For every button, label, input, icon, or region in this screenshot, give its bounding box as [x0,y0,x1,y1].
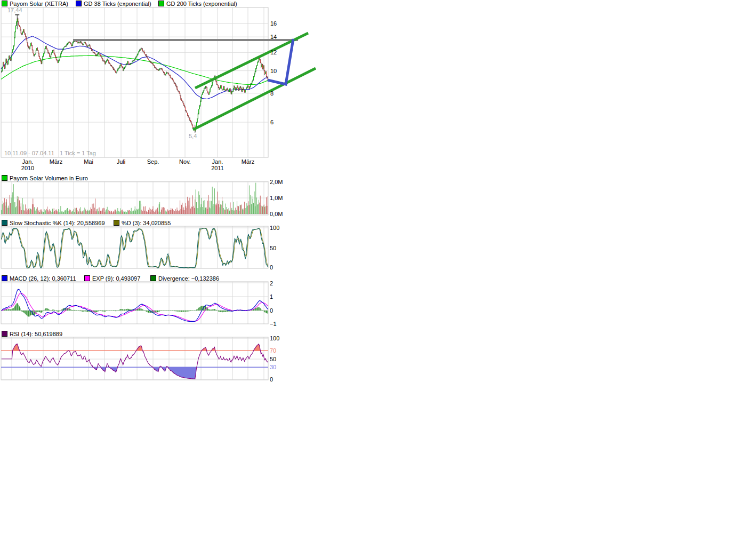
y-axis-label: 6 [270,119,274,125]
y-axis-label: 70 [270,347,276,354]
legend-item-rsi: RSI (14): 50,619889 [2,331,62,337]
legend-item-stoch-k: Slow Stochastic %K (14): 20,558969 [2,220,105,226]
stoch-k-swatch-icon [2,220,7,226]
y-axis-label: 1,0M [270,195,283,201]
rsi-swatch-icon [2,331,7,337]
x-axis-label: Sep. [147,158,159,165]
legend-item-volume: Payom Solar Volumen in Euro [2,175,88,181]
x-axis-label: Jan. [212,158,223,165]
y-axis-label: 16 [270,20,277,27]
legend-label: GD 200 Ticks (exponential) [166,1,237,7]
legend-item-payom: Payom Solar (XETRA) [2,1,68,7]
y-axis-label: 0 [270,307,273,314]
y-axis-label: 10 [270,68,277,74]
y-axis-label: 8 [270,90,274,97]
y-axis-label: 1 [270,293,273,300]
x-axis-label: Nov. [179,158,191,165]
legend-label: Slow Stochastic %K (14): 20,558969 [10,220,105,226]
macd-swatch-icon [2,275,7,281]
volume-panel [1,183,268,214]
x-axis-label: März [242,158,254,165]
y-axis-label: 12 [270,49,277,55]
volume-swatch-icon [2,175,7,181]
channel-lower-line [193,68,316,130]
y-axis-label: 30 [270,364,276,370]
legend-item-macd-div: Divergence: −0,132386 [150,275,219,282]
y-axis-label: 50 [270,356,276,362]
legend-item-gd38: GD 38 Ticks (exponential) [76,1,151,7]
y-axis-label: 100 [270,335,279,341]
low-price-label: 5,4 [189,133,197,139]
y-axis-label: 0,0M [270,211,283,217]
gd38-swatch-icon [76,1,82,6]
high-price-label: 17,44 [7,7,22,13]
y-axis-label: 2,0M [270,179,283,185]
x-axis-label: Jan. [22,158,34,165]
y-axis-label: 14 [270,34,277,40]
x-axis-label: Juli [117,158,126,165]
y-axis-label: 50 [270,245,276,251]
tick-resolution-label: 1 Tick = 1 Tag [60,150,96,156]
legend-label: EXP (9): 0,493097 [92,275,140,282]
x-axis-year-label: 2011 [211,165,224,171]
legend-item-gd200: GD 200 Ticks (exponential) [158,1,237,7]
x-axis-year-label: 2010 [21,165,34,171]
legend-label: GD 38 Ticks (exponential) [84,1,151,7]
x-axis-label: Mai [84,158,93,165]
y-axis-label: 2 [270,280,273,287]
y-axis-label: 0 [270,264,273,271]
chart-stage: Payom Solar (XETRA) GD 38 Ticks (exponen… [0,0,756,533]
legend-item-macd: MACD (26, 12): 0,360711 [2,275,76,282]
legend-item-macd-exp: EXP (9): 0,493097 [84,275,140,282]
legend-label: Payom Solar (XETRA) [10,1,68,7]
macd-div-swatch-icon [150,275,156,281]
rsi-panel [1,344,268,379]
legend-label: %D (3): 34,020855 [122,220,171,226]
legend-item-stoch-d: %D (3): 34,020855 [114,220,171,226]
macd-panel [1,289,268,321]
y-axis-label: 100 [270,225,279,231]
y-axis-label: −1 [270,321,277,327]
payom-swatch-icon [2,1,7,6]
date-range-label: 10.11.09 - 07.04.11 [4,150,54,156]
gd200-swatch-icon [158,1,164,6]
legend-label: Divergence: −0,132386 [158,275,219,282]
stoch-d-swatch-icon [114,220,119,226]
legend-label: RSI (14): 50,619889 [10,331,62,337]
price-panel [1,15,268,133]
y-axis-label: 0 [270,376,273,383]
legend-label: MACD (26, 12): 0,360711 [10,275,76,282]
legend-label: Payom Solar Volumen in Euro [10,175,88,181]
macd-exp-swatch-icon [84,275,90,281]
x-axis-label: März [50,158,62,165]
